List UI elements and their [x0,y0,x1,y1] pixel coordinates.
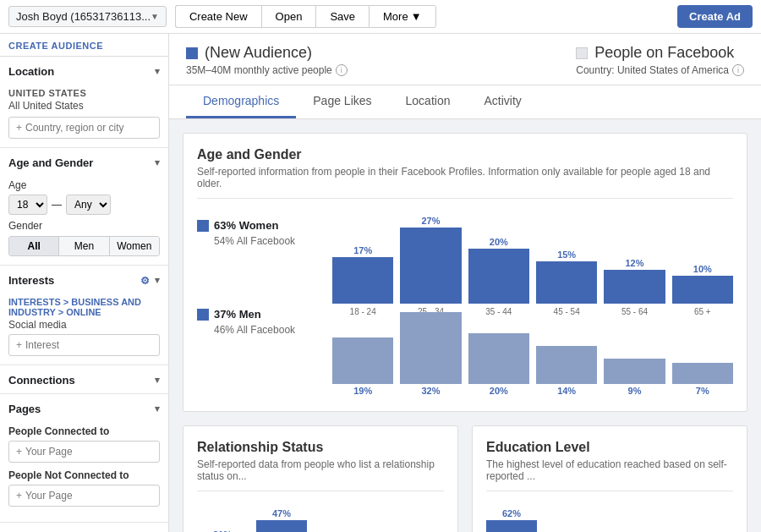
people-connected-input-wrapper[interactable]: + [8,441,160,463]
sidebar-location-content: UNITED STATES All United States + [0,85,168,147]
location-input[interactable] [25,122,152,134]
age-label-35: 35 - 44 [468,307,529,316]
sidebar-section-location: Location ▾ UNITED STATES All United Stat… [0,57,168,148]
audience-info-icon[interactable]: i [336,64,348,76]
tab-demographics[interactable]: Demographics [186,85,296,118]
gender-all-button[interactable]: All [9,237,59,255]
interests-chevron-icon: ▾ [155,275,160,286]
bar-men-55-64: 9% [604,359,665,398]
save-button[interactable]: Save [315,5,369,28]
audience-header: (New Audience) 35M–40M monthly active pe… [169,34,761,85]
location-input-wrapper[interactable]: + [8,117,160,139]
create-ad-button[interactable]: Create Ad [677,5,753,28]
rel-bar-2: 47% [256,508,307,532]
bottom-cards: Relationship Status Self-reported data f… [183,425,747,532]
location-chevron-icon: ▾ [155,66,160,77]
sidebar-pages-toggle[interactable]: Pages ▾ [0,394,168,422]
age-to-select[interactable]: Any253565+ [66,195,111,215]
plus-icon: + [16,122,22,134]
cards-area: Age and Gender Self-reported information… [169,119,761,532]
tab-activity[interactable]: Activity [467,85,538,118]
topbar-actions: Create New Open Save More ▼ [175,5,436,28]
sidebar-age-gender-toggle[interactable]: Age and Gender ▾ [0,148,168,176]
bar-women-35-44: 20% [468,237,529,304]
sidebar-interests-content: INTERESTS > BUSINESS AND INDUSTRY > ONLI… [0,293,168,365]
interests-gear-icon[interactable]: ⚙ [140,275,150,287]
gender-button-group: All Men Women [8,236,160,256]
user-label: Josh Boyd (16531736113... [16,10,151,23]
audience-title-text: (New Audience) [205,44,312,62]
audience-title: (New Audience) [186,44,348,62]
bar-men-25-34: 32% [400,312,461,398]
interest-input-wrapper[interactable]: + [8,334,160,356]
fb-subtitle-text: Country: United States of America [576,64,729,76]
fb-box-icon [576,47,588,59]
more-button[interactable]: More ▼ [369,5,436,28]
age-range-row: 182125 — Any253565+ [8,195,160,215]
sidebar-interests-toggle[interactable]: Interests ⚙ ▾ [0,266,168,293]
sidebar-interests-label: Interests [8,274,54,287]
main-content: (New Audience) 35M–40M monthly active pe… [169,34,761,532]
age-label-45: 45 - 54 [536,307,597,316]
interests-path: INTERESTS > BUSINESS AND INDUSTRY > ONLI… [8,297,160,317]
age-label: Age [8,179,160,191]
bar-women-25-34: 27% [400,216,461,304]
relationship-card-title: Relationship Status [197,440,444,455]
bar-women-18-24: 17% [332,245,393,304]
age-gender-card-subtitle: Self-reported information from people in… [197,166,733,199]
fb-info-icon[interactable]: i [732,64,744,76]
bar-men-35-44: 20% [468,333,529,398]
not-connected-plus-icon: + [16,490,22,502]
women-legend-box [197,220,209,232]
tab-page-likes[interactable]: Page Likes [296,85,388,118]
open-button[interactable]: Open [261,5,316,28]
women-pct-label: 63% Women [214,219,278,232]
men-pct-label: 37% Men [214,308,261,321]
age-gender-chevron-icon: ▾ [155,157,160,168]
sidebar-connections-toggle[interactable]: Connections ▾ [0,365,168,393]
age-label-18: 18 - 24 [332,307,393,316]
sidebar-age-gender-label: Age and Gender [8,156,93,169]
sidebar-age-gender-content: Age 182125 — Any253565+ Gender All Men W… [0,176,168,265]
audience-info: (New Audience) 35M–40M monthly active pe… [186,44,348,76]
bar-men-45-54: 14% [536,346,597,398]
relationship-card: Relationship Status Self-reported data f… [183,425,458,532]
interest-input[interactable] [25,339,152,351]
men-fb-sub: 46% All Facebook [214,324,315,336]
people-not-connected-input[interactable] [25,490,152,502]
facebook-info: People on Facebook Country: United State… [576,44,744,76]
men-legend-item: 37% Men 46% All Facebook [197,308,315,336]
audience-monthly-text: 35M–40M monthly active people [186,64,332,76]
age-label-55: 55 - 64 [604,307,665,316]
bar-women-65plus: 10% [672,264,733,304]
education-card-subtitle: The highest level of education reached b… [486,458,733,491]
interests-sub: Social media [8,319,160,331]
women-bars-row: 17% 27% 20% [332,211,733,304]
sidebar-location-toggle[interactable]: Location ▾ [0,57,168,85]
audience-box-icon [186,47,198,59]
people-not-connected-label: People Not Connected to [8,469,160,481]
gender-men-button[interactable]: Men [59,237,109,255]
bar-chart-col: 17% 27% 20% [332,211,733,398]
sidebar-section-connections: Connections ▾ [0,365,168,394]
gender-women-button[interactable]: Women [110,237,159,255]
sidebar-location-label: Location [8,65,54,78]
sidebar-section-pages: Pages ▾ People Connected to + People Not… [0,394,168,523]
age-from-select[interactable]: 182125 [8,195,47,215]
user-chevron-icon: ▼ [151,12,159,21]
men-legend-box [197,309,209,321]
user-selector[interactable]: Josh Boyd (16531736113... ▼ [8,6,167,27]
people-connected-label: People Connected to [8,425,160,437]
chart-legend-col: 63% Women 54% All Facebook 37% Men 46% A… [197,211,315,336]
fb-title-text: People on Facebook [594,44,734,62]
people-not-connected-input-wrapper[interactable]: + [8,485,160,507]
sidebar-header: CREATE AUDIENCE [0,34,168,57]
connected-plus-icon: + [16,446,22,458]
relationship-card-subtitle: Self-reported data from people who list … [197,458,444,491]
tab-location[interactable]: Location [389,85,468,118]
relationship-bars: 31% 47% [197,503,444,532]
create-new-button[interactable]: Create New [175,5,261,28]
age-gender-card-title: Age and Gender [197,147,733,162]
people-connected-input[interactable] [25,446,152,458]
location-country-title: UNITED STATES [8,88,160,98]
